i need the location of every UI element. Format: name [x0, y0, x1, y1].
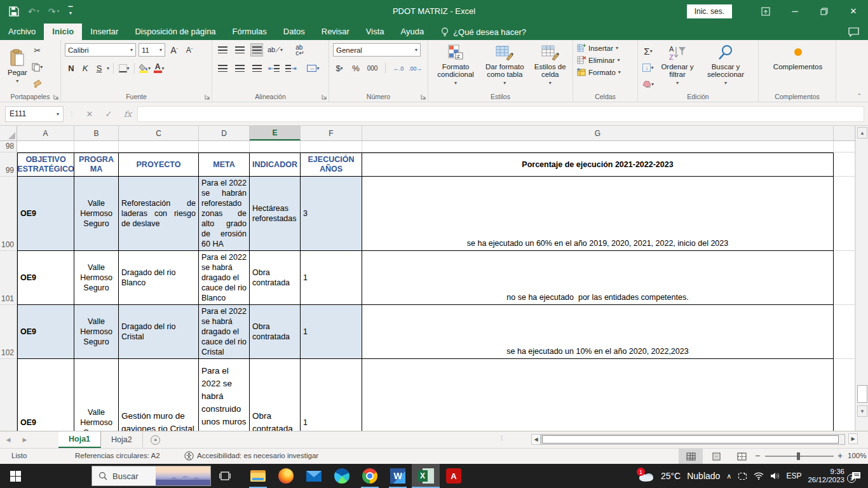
- select-all-corner[interactable]: [0, 126, 17, 140]
- cell-c102[interactable]: Dragado del rio Cristal: [119, 305, 199, 359]
- taskbar-mail[interactable]: [300, 464, 328, 488]
- cell-b101[interactable]: Valle Hermoso Seguro: [74, 251, 119, 305]
- zoom-slider-thumb[interactable]: [797, 452, 800, 460]
- dialog-launcher-icon[interactable]: [322, 94, 327, 100]
- cell-a101[interactable]: OE9: [17, 251, 74, 305]
- align-bottom-icon[interactable]: [250, 43, 263, 57]
- autosum-icon[interactable]: Σ▾: [642, 44, 654, 58]
- cell-h98[interactable]: [834, 141, 855, 152]
- copy-icon[interactable]: ▾: [31, 60, 44, 74]
- notification-center-icon[interactable]: 1: [851, 471, 862, 481]
- cell-g103[interactable]: [362, 359, 834, 431]
- cell-f98[interactable]: [301, 141, 362, 152]
- sign-in-button[interactable]: Inic. ses.: [687, 4, 732, 18]
- comments-icon[interactable]: [848, 27, 859, 37]
- col-header-d[interactable]: D: [199, 126, 250, 140]
- restore-button[interactable]: [810, 0, 839, 22]
- align-middle-icon[interactable]: [233, 43, 246, 57]
- horizontal-scroll-thumb[interactable]: [542, 435, 839, 444]
- fill-color-icon[interactable]: ▾: [139, 62, 151, 75]
- taskbar-firefox[interactable]: [272, 464, 300, 488]
- scroll-down-icon[interactable]: ▼: [857, 405, 867, 417]
- col-header-f[interactable]: F: [301, 126, 362, 140]
- cell-d100[interactable]: Para el 2022 se habrán reforestado zonas…: [199, 177, 250, 251]
- formula-input[interactable]: [137, 106, 864, 122]
- italic-button[interactable]: K: [79, 62, 92, 75]
- cell-b98[interactable]: [74, 141, 119, 152]
- zoom-out-icon[interactable]: −: [755, 451, 760, 461]
- col-header-g[interactable]: G: [362, 126, 834, 140]
- cell-a102[interactable]: OE9: [17, 305, 74, 359]
- cell-g100[interactable]: se ha ejecutado un 60% en el año 2019, 2…: [362, 177, 834, 251]
- sheet-tab-hoja2[interactable]: Hoja2: [101, 431, 143, 448]
- cell-h102[interactable]: [834, 305, 855, 359]
- cell-g102[interactable]: se ha ejecutado un 10% en el año 2020, 2…: [362, 305, 834, 359]
- task-view-button[interactable]: [211, 464, 239, 488]
- increase-font-icon[interactable]: Aˆ: [168, 43, 180, 57]
- cell-d98[interactable]: [199, 141, 250, 152]
- wrap-text-icon[interactable]: abc↵: [294, 43, 306, 57]
- scroll-left-icon[interactable]: ◀: [531, 434, 541, 445]
- start-button[interactable]: [0, 464, 31, 488]
- tray-temperature[interactable]: 25°C: [661, 471, 681, 481]
- row-header-102[interactable]: 102: [0, 305, 17, 359]
- new-sheet-button[interactable]: +: [143, 431, 168, 448]
- cell-f100[interactable]: 3: [301, 177, 362, 251]
- row-header-99[interactable]: 99: [0, 152, 17, 177]
- bold-button[interactable]: N: [65, 62, 78, 75]
- collapse-ribbon-icon[interactable]: ⌃: [857, 93, 862, 99]
- tab-insertar[interactable]: Insertar: [82, 24, 126, 40]
- cell-b99[interactable]: PROGRAMA: [74, 152, 119, 177]
- delete-cells-button[interactable]: Eliminar: [588, 57, 615, 64]
- insert-cells-button[interactable]: Insertar: [588, 44, 613, 52]
- tell-me-search[interactable]: ¿Qué desea hacer?: [441, 27, 526, 40]
- cell-d101[interactable]: Para el 2022 se habrá dragado el cauce d…: [199, 251, 250, 305]
- status-mode[interactable]: Listo: [11, 452, 27, 459]
- align-right-icon[interactable]: [250, 62, 263, 75]
- cell-d99[interactable]: META: [199, 152, 250, 177]
- name-box[interactable]: E111 ▾: [5, 106, 64, 122]
- scroll-right-icon[interactable]: ▶: [848, 433, 858, 444]
- taskbar-excel-active[interactable]: X: [412, 464, 440, 488]
- row-header-101[interactable]: 101: [0, 251, 17, 305]
- decrease-decimal-icon[interactable]: .00→: [409, 62, 423, 75]
- font-color-icon[interactable]: A▾: [153, 62, 165, 75]
- increase-indent-icon[interactable]: ⇥: [285, 62, 297, 75]
- col-header-b[interactable]: B: [74, 126, 119, 140]
- view-page-layout-icon[interactable]: [704, 449, 728, 464]
- splitter-grip[interactable]: ⋮: [499, 435, 505, 441]
- tab-formulas[interactable]: Fórmulas: [224, 24, 275, 40]
- cell-b102[interactable]: Valle Hermoso Seguro: [74, 305, 119, 359]
- merge-center-icon[interactable]: ↔▾: [307, 62, 320, 75]
- cell-d102[interactable]: Para el 2022 se habrá dragado el cauce d…: [199, 305, 250, 359]
- cell-c103[interactable]: Gestión muro de gaviones rio Cristal: [119, 359, 199, 431]
- weather-icon[interactable]: 1: [638, 470, 654, 482]
- taskbar-chrome[interactable]: [356, 464, 384, 488]
- customize-qat-icon[interactable]: ▔▾: [69, 8, 73, 15]
- tab-ayuda[interactable]: Ayuda: [393, 24, 433, 40]
- sheet-nav-left-icon[interactable]: ◀: [0, 431, 17, 448]
- save-icon[interactable]: [9, 6, 19, 17]
- cell-e102[interactable]: Obra contratada: [250, 305, 301, 359]
- taskbar-search[interactable]: Buscar: [92, 466, 211, 486]
- taskbar-acrobat[interactable]: A: [440, 464, 468, 488]
- row-header-100[interactable]: 100: [0, 177, 17, 251]
- cell-g98[interactable]: [362, 141, 834, 152]
- cell-a98[interactable]: [17, 141, 74, 152]
- tray-language[interactable]: ESP: [786, 471, 801, 480]
- cell-e98[interactable]: [250, 141, 301, 152]
- borders-icon[interactable]: ▾: [118, 62, 130, 75]
- horizontal-scrollbar[interactable]: ◀: [531, 433, 845, 445]
- decrease-font-icon[interactable]: Aˇ: [183, 43, 196, 57]
- cell-g99[interactable]: Porcentaje de ejecución 2021-2022-2023: [362, 152, 834, 177]
- cell-h100[interactable]: [834, 177, 855, 251]
- tab-inicio[interactable]: Inicio: [44, 24, 82, 40]
- number-format-select[interactable]: General▾: [333, 43, 421, 57]
- cancel-entry-icon[interactable]: ✕: [80, 109, 99, 119]
- fill-down-icon[interactable]: ↓▾: [642, 61, 654, 74]
- cell-h103[interactable]: [834, 359, 855, 431]
- tab-vista[interactable]: Vista: [358, 24, 393, 40]
- col-header-a[interactable]: A: [17, 126, 74, 140]
- tab-archivo[interactable]: Archivo: [0, 24, 44, 40]
- ribbon-display-options-icon[interactable]: [751, 0, 780, 22]
